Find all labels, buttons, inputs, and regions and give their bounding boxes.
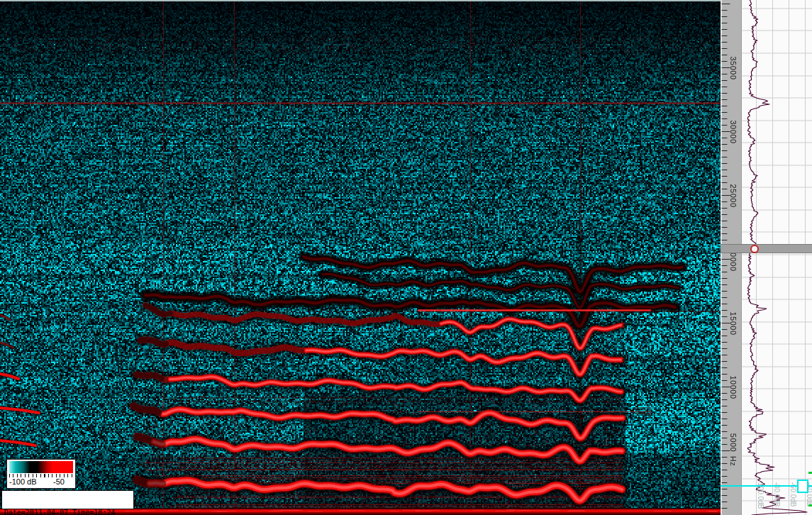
- frequency-marker-bar[interactable]: [721, 244, 812, 253]
- freq-tick-label: 15000: [729, 311, 738, 335]
- amplitude-cursor-line[interactable]: [721, 485, 812, 487]
- spectrogram-canvas[interactable]: [0, 0, 812, 515]
- legend-min-label: -100 dB: [9, 477, 37, 487]
- legend-mid-label: -50: [53, 477, 65, 487]
- freq-tick-label: 35000: [729, 56, 738, 79]
- db-axis-label: -100.0dB: [757, 480, 764, 509]
- freq-tick-label: 30000: [729, 120, 738, 143]
- color-gradient-bar[interactable]: [9, 461, 73, 473]
- amplitude-cursor-handle[interactable]: [797, 480, 808, 493]
- amplitude-legend: -100 dB -50: [6, 459, 76, 489]
- freq-tick-label: 10000: [729, 375, 738, 399]
- info-box: Date=2011-04-07 Time=18:24 Freq= 0...403…: [1, 490, 134, 509]
- spectrogram-window: 3500030000250002000015000100005000Hz -10…: [0, 0, 812, 515]
- green-marker-bottom: [808, 504, 812, 506]
- info-date-time: Date=2011-04-07 Time=18:24: [4, 509, 131, 515]
- freq-tick-label: 25000: [729, 184, 738, 207]
- marker-circle[interactable]: [750, 245, 759, 253]
- green-marker-top: [808, 472, 812, 474]
- freq-tick-label: 5000: [729, 433, 738, 452]
- freq-unit-label: Hz: [729, 456, 738, 466]
